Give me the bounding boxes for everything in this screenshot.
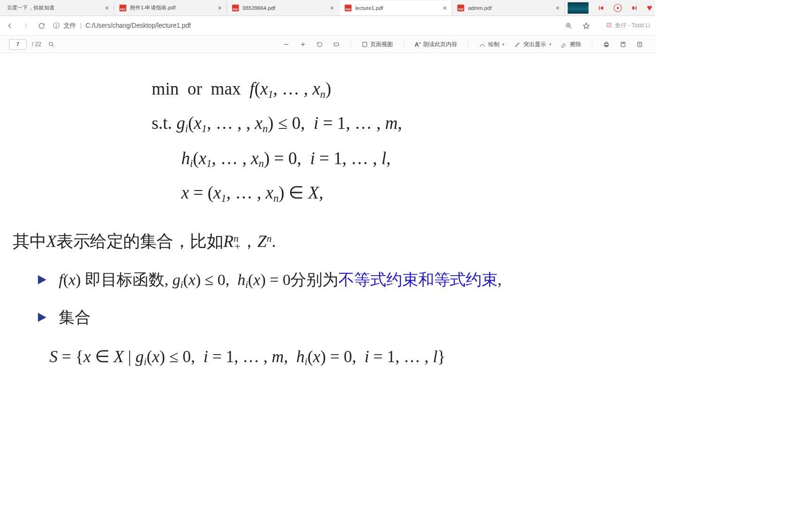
song-title: 鱼仔 [615, 22, 626, 29]
svg-rect-9 [638, 42, 641, 47]
address-bar: ⓘ 文件 | C:/Users/chang/Desktop/lecture1.p… [0, 16, 655, 36]
txt: 其中 [13, 232, 46, 251]
page-view-label: 页面视图 [370, 40, 393, 48]
svg-rect-6 [605, 42, 608, 43]
draw-button[interactable]: 绘制 ▾ [476, 39, 508, 49]
pdf-toolbar: / 22 页面视图 A» 朗读此页内容 绘制 ▾ 突出显示 ▾ 擦除 [0, 36, 655, 53]
refresh-button[interactable] [37, 22, 46, 29]
page-view-button[interactable]: 页面视图 [358, 39, 396, 49]
chevron-down-icon: ▾ [549, 42, 551, 47]
math-block: min or max f(x1, … , xn) s.t. gi(x1, … ,… [152, 72, 648, 209]
tab-label: 百度一下，你就知道 [7, 4, 104, 11]
more-button[interactable] [633, 40, 646, 49]
page-count: / 22 [32, 41, 41, 48]
music-thumbnail[interactable] [568, 2, 588, 13]
txt: 即目标函数, [81, 271, 172, 288]
tab-label: admm.pdf [468, 5, 554, 11]
svg-rect-4 [363, 42, 367, 47]
erase-button[interactable]: 擦除 [558, 39, 584, 49]
tab-attachment[interactable]: 附件1-申请指南.pdf ✕ [114, 0, 227, 15]
close-icon[interactable]: ✕ [329, 5, 336, 11]
play-button[interactable] [613, 3, 623, 13]
tab-label: 附件1-申请指南.pdf [130, 4, 217, 11]
find-button[interactable] [45, 40, 58, 49]
pdf-icon [457, 4, 464, 11]
url-type: 文件 [63, 21, 76, 30]
bullet-list: f(x) 即目标函数, gi(x) ≤ 0, hi(x) = 0分别为不等式约束… [38, 266, 648, 331]
tab-08539664[interactable]: 08539664.pdf ✕ [227, 0, 340, 15]
svg-rect-3 [334, 43, 339, 46]
prev-track-button[interactable] [596, 3, 606, 13]
pdf-icon [345, 4, 352, 11]
txt: 集合 [59, 309, 91, 326]
pdf-page: min or max f(x1, … , xn) s.t. gi(x1, … ,… [0, 53, 655, 368]
tab-label: lecture1.pdf [355, 5, 442, 11]
txt: 分别为 [290, 271, 338, 288]
url-field[interactable]: ⓘ 文件 | C:/Users/chang/Desktop/lecture1.p… [53, 21, 557, 30]
chevron-down-icon: ▾ [502, 42, 504, 47]
tab-baidu[interactable]: 百度一下，你就知道 ✕ [1, 0, 114, 15]
math-objective: min or max f(x1, … , xn) [152, 72, 648, 105]
tab-label: 08539664.pdf [243, 5, 329, 11]
favorite-icon[interactable] [582, 22, 591, 29]
now-playing: 鱼仔 - Todd Li [607, 22, 650, 29]
read-aloud-button[interactable]: A» 朗读此页内容 [412, 39, 461, 49]
tab-admm[interactable]: admm.pdf ✕ [452, 0, 565, 15]
pdf-icon [119, 4, 126, 11]
highlight-button[interactable]: 突出显示 ▾ [511, 39, 554, 49]
close-icon[interactable]: ✕ [442, 5, 448, 11]
zoom-icon[interactable] [564, 22, 573, 29]
rotate-button[interactable] [313, 40, 326, 49]
math-ineq-constraint: s.t. gi(x1, … , , xn) ≤ 0, i = 1, … , m, [152, 107, 648, 140]
math-domain: x = (x1, … , xn) ∈ X, [152, 176, 648, 210]
close-icon[interactable]: ✕ [554, 5, 561, 11]
back-button[interactable] [5, 22, 14, 29]
forward-button[interactable] [21, 22, 30, 29]
music-badge-icon [607, 23, 611, 27]
url-text: C:/Users/chang/Desktop/lecture1.pdf [86, 22, 191, 29]
bullet-objective: f(x) 即目标函数, gi(x) ≤ 0, hi(x) = 0分别为不等式约束… [38, 266, 648, 294]
draw-label: 绘制 [488, 40, 500, 48]
txt: 表示给定的集合，比如 [56, 232, 223, 251]
zoom-in-button[interactable] [297, 40, 309, 49]
fit-button[interactable] [330, 40, 343, 49]
tab-lecture1[interactable]: lecture1.pdf ✕ [339, 0, 452, 15]
svg-rect-8 [621, 42, 625, 47]
print-button[interactable] [600, 40, 613, 49]
music-controls [596, 3, 639, 13]
close-icon[interactable]: ✕ [217, 5, 223, 11]
next-track-button[interactable] [629, 3, 639, 13]
page-number-input[interactable] [9, 39, 26, 50]
svg-point-2 [49, 42, 53, 45]
txt-blue: 不等式约束和等式约束 [338, 271, 498, 288]
highlight-label: 突出显示 [523, 40, 546, 48]
read-aloud-label: 朗读此页内容 [423, 40, 458, 48]
info-icon: ⓘ [53, 21, 60, 30]
math-eq-constraint: hi(x1, … , xn) = 0, i = 1, … , l, [152, 142, 648, 175]
tabstrip: 百度一下，你就知道 ✕ 附件1-申请指南.pdf ✕ 08539664.pdf … [0, 0, 655, 16]
text-where: 其中X表示给定的集合，比如Rn+，Zn. [13, 228, 648, 255]
zoom-out-button[interactable] [280, 40, 292, 49]
save-button[interactable] [617, 40, 629, 49]
feasible-set-definition: S = {x ∈ X | gi(x) ≤ 0, i = 1, … , m, hi… [49, 347, 648, 368]
separator: | [80, 22, 82, 29]
heart-icon[interactable]: ♥ [647, 2, 652, 13]
pdf-icon [232, 4, 239, 11]
bullet-set: 集合 [38, 304, 648, 332]
erase-label: 擦除 [570, 40, 581, 48]
song-artist: Todd Li [632, 22, 650, 29]
close-icon[interactable]: ✕ [104, 5, 110, 11]
